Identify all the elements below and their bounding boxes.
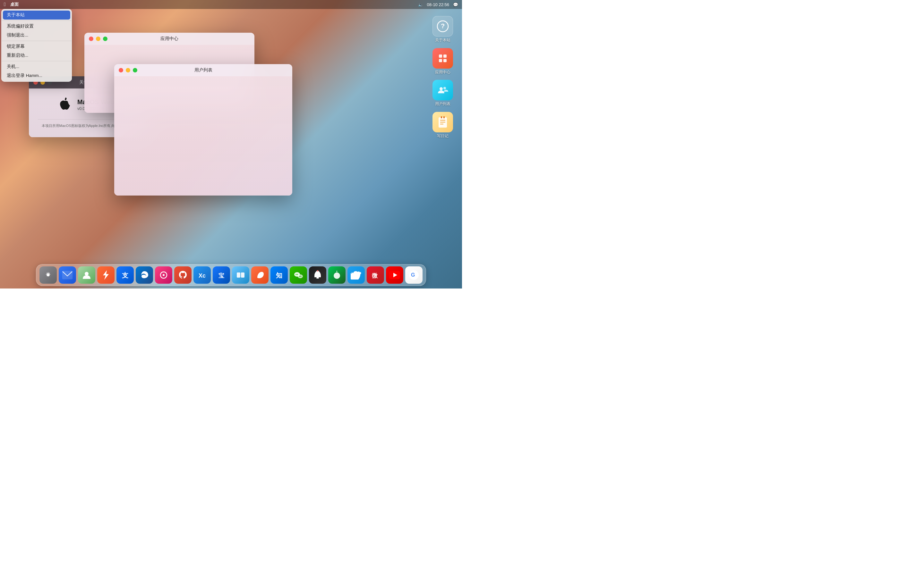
svg-point-7 (443, 87, 446, 89)
userlist-window: 用户列表 (114, 64, 292, 195)
svg-point-30 (299, 276, 300, 277)
userlist-window-controls (119, 68, 137, 73)
userlist-minimize[interactable] (126, 68, 130, 73)
svg-text:宝: 宝 (218, 272, 225, 279)
desktop-icon-userlist-img (433, 80, 453, 100)
svg-point-27 (296, 274, 297, 275)
svg-point-31 (300, 276, 301, 277)
svg-rect-32 (317, 277, 319, 279)
dock-icon-twitter[interactable] (347, 266, 365, 284)
svg-marker-17 (103, 270, 109, 280)
dock-icon-lanhu[interactable] (155, 266, 172, 284)
svg-point-28 (297, 274, 298, 275)
volume-icon[interactable]: 🔈 (418, 2, 423, 7)
dock-icon-settings[interactable] (39, 266, 57, 284)
userlist-maximize[interactable] (133, 68, 137, 73)
appcenter-window-controls (89, 37, 107, 41)
menubar-desktop[interactable]: 桌面 (10, 2, 19, 7)
desktop-icons: ? 关于本站 应用中心 (430, 16, 456, 139)
svg-text:G: G (411, 272, 415, 277)
dock-icon-mail[interactable] (59, 266, 76, 284)
desktop-icon-diary-label: 写日记 (437, 134, 449, 139)
desktop-icon-appcenter-label: 应用中心 (435, 70, 451, 75)
appcenter-maximize[interactable] (103, 37, 107, 41)
appcenter-close[interactable] (89, 37, 94, 41)
desktop:  桌面 🔈 08-10 22:56 💬 关于本站 系统偏好设置 强制退出...… (0, 0, 462, 288)
menu-separator-1 (2, 21, 71, 21)
userlist-close[interactable] (119, 68, 123, 73)
svg-point-34 (334, 272, 340, 279)
appcenter-titlebar: 应用中心 (84, 33, 254, 45)
svg-point-29 (298, 274, 303, 278)
desktop-icon-userlist[interactable]: 用户列表 (430, 80, 456, 107)
userlist-body (114, 76, 292, 195)
message-icon[interactable]: 💬 (453, 2, 458, 7)
desktop-icon-diary-img (433, 112, 453, 132)
userlist-title: 用户列表 (194, 67, 212, 73)
dock-icon-zhihu[interactable]: 知 (270, 266, 288, 284)
menu-item-shutdown[interactable]: 关机... (2, 62, 71, 71)
dock-icon-arc[interactable] (251, 266, 268, 284)
svg-point-20 (163, 274, 165, 276)
apple-logo (55, 96, 72, 113)
dock-icon-edge[interactable] (136, 266, 153, 284)
dock-icon-weibo[interactable]: 微 (367, 266, 384, 284)
menu-item-restart[interactable]: 重新启动... (2, 51, 71, 60)
desktop-icon-about[interactable]: ? 关于本站 (430, 16, 456, 43)
dock-icon-alipay[interactable]: 支 (116, 266, 134, 284)
svg-rect-12 (441, 116, 442, 118)
dock-icon-wechat[interactable] (290, 266, 307, 284)
menubar-left:  桌面 (4, 2, 19, 7)
svg-rect-15 (62, 271, 73, 279)
svg-text:微: 微 (372, 272, 378, 279)
svg-point-16 (85, 272, 89, 276)
menu-item-lock[interactable]: 锁定屏幕 (2, 42, 71, 51)
svg-point-33 (317, 270, 318, 271)
menu-item-force-quit[interactable]: 强制退出... (2, 31, 71, 40)
svg-rect-5 (443, 59, 447, 62)
dock-icon-zhifubao[interactable]: 宝 (213, 266, 230, 284)
menubar:  桌面 🔈 08-10 22:56 💬 (0, 0, 462, 9)
svg-rect-4 (439, 59, 442, 62)
menu-item-about[interactable]: 关于本站 (3, 11, 70, 19)
appcenter-minimize[interactable] (96, 37, 100, 41)
menu-item-prefs[interactable]: 系统偏好设置 (2, 22, 71, 31)
menubar-time: 08-10 22:56 (427, 2, 449, 7)
svg-text:支: 支 (121, 272, 129, 279)
desktop-icon-about-label: 关于本站 (435, 38, 451, 43)
menubar-right: 🔈 08-10 22:56 💬 (418, 2, 458, 7)
desktop-icon-appcenter[interactable]: 应用中心 (430, 48, 456, 75)
dock-icon-xcode[interactable]: Xc (194, 266, 211, 284)
dock-icon-contacts[interactable] (78, 266, 95, 284)
apple-menu-dropdown: 关于本站 系统偏好设置 强制退出... 锁定屏幕 重新启动... 关机... 退… (1, 9, 72, 82)
userlist-titlebar: 用户列表 (114, 64, 292, 76)
svg-rect-24 (241, 272, 244, 277)
dock-icon-spark[interactable] (97, 266, 115, 284)
dock-icon-youtube[interactable] (386, 266, 403, 284)
appcenter-title: 应用中心 (160, 36, 178, 42)
dock-icon-fliqlo[interactable] (232, 266, 249, 284)
svg-rect-13 (443, 116, 445, 118)
dock-icon-github[interactable] (174, 266, 192, 284)
dock: 支 Xc (36, 264, 426, 286)
desktop-icon-appcenter-img (433, 48, 453, 69)
desktop-icon-diary[interactable]: 写日记 (430, 112, 456, 139)
svg-text:知: 知 (276, 272, 282, 279)
svg-rect-2 (439, 55, 442, 58)
desktop-icon-userlist-label: 用户列表 (435, 102, 451, 107)
desktop-icon-about-img: ? (433, 16, 453, 37)
svg-rect-23 (237, 272, 240, 277)
dock-icon-notification[interactable] (309, 266, 326, 284)
menu-separator-2 (2, 41, 71, 41)
svg-rect-3 (443, 55, 447, 58)
dock-icon-mango[interactable] (328, 266, 346, 284)
svg-text:Xc: Xc (199, 272, 206, 279)
svg-point-6 (439, 87, 443, 90)
menu-item-logout[interactable]: 退出登录 Hamm... (2, 71, 71, 80)
dock-icon-google[interactable]: G (405, 266, 423, 284)
apple-menu-button[interactable]:  (4, 2, 6, 7)
svg-text:?: ? (441, 23, 445, 29)
